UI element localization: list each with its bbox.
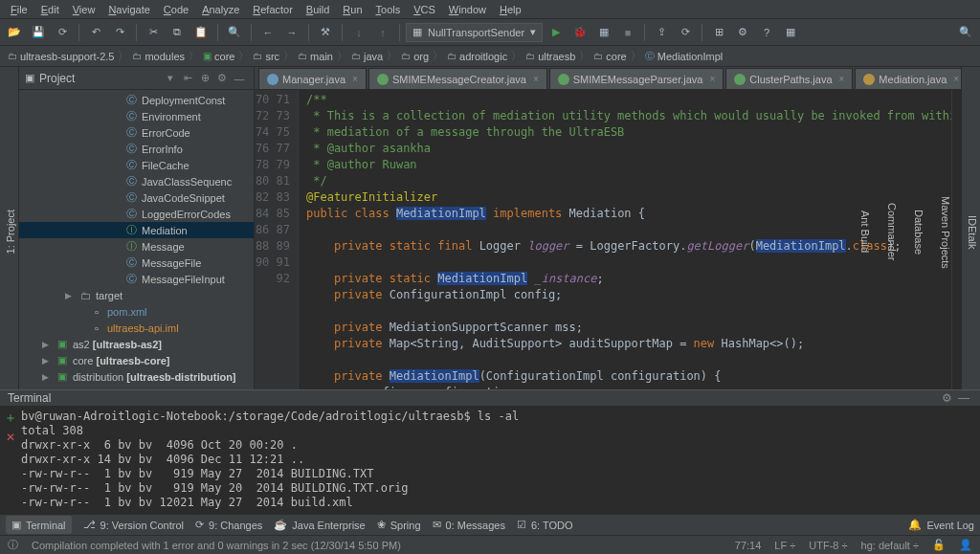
tree-item[interactable]: ⒸDeploymentConst: [19, 92, 254, 108]
undo-icon[interactable]: ↶: [85, 22, 106, 43]
tree-item[interactable]: ⒸJavaClassSequenc: [19, 173, 254, 189]
status-caret-pos[interactable]: 77:14: [735, 540, 762, 551]
breadcrumb-item[interactable]: 🗀main: [298, 51, 333, 62]
find-icon[interactable]: 🔍: [224, 22, 245, 43]
menu-window[interactable]: Window: [442, 1, 493, 18]
side-tab-mavenprojects[interactable]: Maven Projects: [938, 190, 953, 275]
gear-icon[interactable]: ⚙: [213, 72, 231, 84]
project-tree[interactable]: ⒸDeploymentConstⒸEnvironmentⒸErrorCodeⒸE…: [19, 90, 254, 389]
menu-help[interactable]: Help: [493, 1, 528, 18]
collapse-icon[interactable]: ⇤: [179, 72, 196, 84]
add-terminal-icon[interactable]: ＋: [4, 410, 17, 427]
close-terminal-icon[interactable]: ✕: [6, 431, 15, 444]
cut-icon[interactable]: ✂: [143, 22, 164, 43]
side-tab-antbuild[interactable]: Ant Build: [858, 205, 873, 258]
editor-tab[interactable]: Manager.java×: [258, 68, 367, 89]
vcs-down-icon[interactable]: ↑: [372, 22, 393, 43]
menu-view[interactable]: View: [66, 1, 102, 18]
bottom-tab-terminal[interactable]: ▣Terminal: [6, 516, 72, 534]
bottom-tab-todo[interactable]: ☑6: TODO: [517, 519, 573, 531]
editor-tab[interactable]: Mediation.java×: [855, 68, 961, 89]
bottom-tab-changes[interactable]: ⟳9: Changes: [195, 519, 262, 531]
menu-edit[interactable]: Edit: [34, 1, 66, 18]
settings-icon[interactable]: ⚙: [732, 22, 753, 43]
event-log-button[interactable]: 🔔Event Log: [908, 519, 974, 531]
save-icon[interactable]: 💾: [28, 22, 49, 43]
close-icon[interactable]: ×: [533, 74, 539, 84]
menu-refactor[interactable]: Refactor: [246, 1, 300, 18]
menu-analyze[interactable]: Analyze: [195, 1, 246, 18]
bottom-tab-versioncontrol[interactable]: ⎇9: Version Control: [83, 519, 184, 531]
menu-build[interactable]: Build: [300, 1, 336, 18]
status-lock-icon[interactable]: 🔓: [932, 539, 946, 551]
tree-item[interactable]: ⒾMessage: [19, 238, 254, 255]
bottom-tab-spring[interactable]: ❀Spring: [377, 519, 421, 531]
bottom-tab-messages[interactable]: ✉0: Messages: [433, 519, 505, 531]
project-view-icon[interactable]: ▣: [25, 72, 34, 84]
editor-tab[interactable]: ClusterPaths.java×: [725, 68, 853, 89]
tree-item[interactable]: ▶▣core [ultraesb-core]: [19, 352, 254, 368]
tree-item[interactable]: ⒸMessageFile: [19, 255, 254, 271]
side-tab-commander[interactable]: Commander: [884, 197, 900, 267]
terminal-output[interactable]: bv@ruwan-Adroitlogic-Notebook:/storage/C…: [21, 406, 980, 514]
close-icon[interactable]: ×: [839, 74, 845, 84]
tree-item[interactable]: ▫pom.xml: [19, 303, 254, 320]
menu-code[interactable]: Code: [157, 1, 195, 18]
tree-item[interactable]: ⒸErrorCode: [19, 124, 254, 141]
sync-icon[interactable]: ⟳: [52, 22, 73, 43]
hide-icon[interactable]: —: [231, 73, 248, 84]
menu-vcs[interactable]: VCS: [407, 1, 442, 18]
copy-icon[interactable]: ⧉: [167, 22, 188, 43]
tree-item[interactable]: ▶▣distribution [ultraesb-distribution]: [19, 368, 254, 385]
editor-code[interactable]: /** * This is a collection of mediation …: [299, 90, 951, 389]
share-icon[interactable]: ⇪: [651, 22, 672, 43]
editor-tab[interactable]: SMIMEMessageParser.java×: [549, 68, 724, 89]
tree-item[interactable]: ⒸLoggedErrorCodes: [19, 206, 254, 222]
debug-icon[interactable]: 🐞: [569, 22, 590, 43]
vcs-up-icon[interactable]: ↓: [348, 22, 369, 43]
close-icon[interactable]: ×: [709, 74, 715, 84]
bottom-tab-javaenterprise[interactable]: ☕Java Enterprise: [274, 519, 365, 531]
side-tab-database[interactable]: Database: [911, 204, 926, 260]
menu-file[interactable]: File: [4, 1, 34, 18]
tree-item[interactable]: ▶▣as2 [ultraesb-as2]: [19, 336, 254, 352]
run-config-selector[interactable]: ▦ NullTransportSender ▾: [406, 23, 543, 42]
breadcrumb-item[interactable]: 🗀ultraesb-support-2.5: [8, 51, 114, 62]
status-hector-icon[interactable]: 👤: [959, 539, 972, 551]
breadcrumb-item[interactable]: ⒸMediationImpl: [645, 50, 723, 63]
tree-item[interactable]: ⒸMessageFileInput: [19, 271, 254, 287]
breadcrumb-item[interactable]: 🗀core: [593, 51, 626, 62]
scroll-icon[interactable]: ⊕: [196, 72, 213, 84]
side-tab-project[interactable]: 1: Project: [3, 204, 18, 259]
tree-item[interactable]: ⒾMediation: [19, 222, 254, 238]
forward-icon[interactable]: →: [281, 22, 302, 43]
build-icon[interactable]: ⚒: [315, 22, 336, 43]
side-tab-idetalk[interactable]: IDEtalk: [965, 210, 980, 255]
search-everywhere-icon[interactable]: 🔍: [955, 22, 976, 43]
menu-navigate[interactable]: Navigate: [101, 1, 156, 18]
breadcrumb-item[interactable]: 🗀org: [401, 51, 429, 62]
grid-icon[interactable]: ▦: [780, 22, 801, 43]
structure-icon[interactable]: ⊞: [708, 22, 729, 43]
chevron-down-icon[interactable]: ▾: [162, 72, 179, 84]
coverage-icon[interactable]: ▦: [593, 22, 614, 43]
menu-tools[interactable]: Tools: [369, 1, 408, 18]
help-icon[interactable]: ?: [756, 22, 777, 43]
open-icon[interactable]: 📂: [4, 22, 25, 43]
redo-icon[interactable]: ↷: [109, 22, 130, 43]
run-icon[interactable]: ▶: [546, 22, 567, 43]
breadcrumb-item[interactable]: 🗀java: [351, 51, 383, 62]
editor-tab[interactable]: SMIMEMessageCreator.java×: [368, 68, 547, 89]
breadcrumb-item[interactable]: 🗀ultraesb: [525, 51, 575, 62]
stop-icon[interactable]: ■: [617, 22, 638, 43]
close-icon[interactable]: ×: [352, 74, 358, 84]
tree-item[interactable]: ⒸEnvironment: [19, 108, 254, 124]
paste-icon[interactable]: 📋: [190, 22, 212, 43]
reload-icon[interactable]: ⟳: [675, 22, 696, 43]
breadcrumb-item[interactable]: ▣core: [203, 51, 234, 62]
breadcrumb-item[interactable]: 🗀src: [253, 51, 279, 62]
back-icon[interactable]: ←: [257, 22, 278, 43]
menu-run[interactable]: Run: [336, 1, 368, 18]
close-icon[interactable]: ×: [953, 74, 959, 84]
tree-item[interactable]: ⒸErrorInfo: [19, 141, 254, 157]
